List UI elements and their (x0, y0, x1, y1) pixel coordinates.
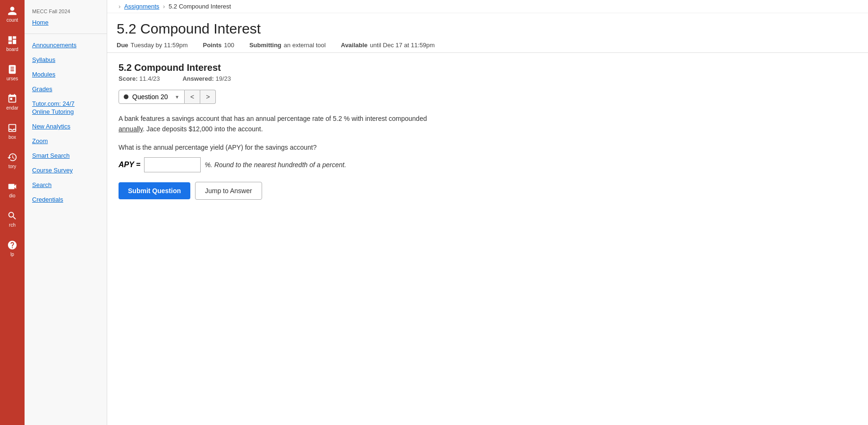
breadcrumb-sep1: › (119, 3, 122, 10)
meta-points: Points 100 (203, 42, 234, 49)
apy-label: APY = (119, 161, 140, 169)
nav-link-zoom[interactable]: Zoom (25, 134, 107, 148)
next-question-button[interactable]: > (200, 90, 216, 104)
nav-link-tutor1[interactable]: Tutor.com: 24/7 (32, 100, 99, 108)
question-line3: What is the annual percentage yield (APY… (119, 142, 487, 153)
jump-to-answer-button[interactable]: Jump to Answer (195, 182, 262, 200)
breadcrumb-current: 5.2 Compound Interest (169, 3, 231, 10)
nav-link-home[interactable]: Home (25, 15, 107, 30)
question-body: A bank features a savings account that h… (119, 113, 487, 135)
nav-tutor-block: Tutor.com: 24/7 Online Tutoring (25, 96, 107, 119)
meta-available: Available until Dec 17 at 11:59pm (341, 42, 435, 49)
nav-link-analytics[interactable]: New Analytics (25, 119, 107, 134)
question-selector: Question 20 ▼ < > (119, 90, 857, 104)
meta-due: Due Tuesday by 11:59pm (117, 42, 188, 49)
points-label: Points (203, 42, 222, 49)
available-label: Available (341, 42, 368, 49)
nav-link-course-survey[interactable]: Course Survey (25, 163, 107, 178)
nav-link-announcements[interactable]: Announcements (25, 38, 107, 52)
breadcrumb-sep2: › (163, 3, 167, 10)
sidebar-item-dashboard[interactable]: board (4, 33, 20, 54)
sidebar-item-calendar[interactable]: endar (4, 92, 20, 112)
page-title: 5.2 Compound Interest (117, 21, 859, 37)
icon-sidebar: count board urses endar box tory dio rch… (0, 0, 25, 425)
question-line1: A bank features a savings account that h… (119, 113, 487, 124)
nav-link-tutor2[interactable]: Online Tutoring (32, 108, 99, 115)
sidebar-item-inbox[interactable]: box (5, 121, 19, 142)
points-value: 100 (224, 42, 234, 49)
answered-text: Answered: 19/23 (182, 75, 231, 82)
button-row: Submit Question Jump to Answer (119, 182, 857, 200)
due-value: Tuesday by 11:59pm (131, 42, 188, 49)
apy-row: APY = %. Round to the nearest hundredth … (119, 157, 857, 172)
apy-input[interactable] (144, 157, 201, 172)
page-header: 5.2 Compound Interest Due Tuesday by 11:… (107, 13, 868, 53)
submit-question-button[interactable]: Submit Question (119, 182, 190, 199)
sidebar-item-help[interactable]: lp (5, 238, 19, 259)
question-area: 5.2 Compound Interest Score: 11.4/23Answ… (107, 53, 868, 425)
prev-question-button[interactable]: < (185, 90, 200, 104)
course-label: MECC Fall 2024 (25, 5, 107, 15)
question-dot (124, 94, 128, 99)
nav-link-grades[interactable]: Grades (25, 82, 107, 96)
nav-link-search[interactable]: Search (25, 178, 107, 192)
available-value: until Dec 17 at 11:59pm (370, 42, 434, 49)
question-line2: annually. Jace deposits $12,000 into the… (119, 124, 487, 134)
breadcrumb-assignments[interactable]: Assignments (124, 3, 159, 10)
submitting-value: an external tool (284, 42, 326, 49)
nav-link-smart-search[interactable]: Smart Search (25, 148, 107, 163)
sidebar-item-history[interactable]: tory (5, 150, 19, 171)
meta-row: Due Tuesday by 11:59pm Points 100 Submit… (117, 42, 859, 49)
apy-suffix: %. Round to the nearest hundredth of a p… (204, 161, 346, 169)
due-label: Due (117, 42, 128, 49)
sidebar-item-search[interactable]: rch (5, 209, 19, 230)
score-text: Score: 11.4/23 (119, 75, 160, 82)
question-label: Question 20 (132, 93, 168, 101)
submitting-label: Submitting (249, 42, 281, 49)
sidebar-item-account[interactable]: count (5, 4, 20, 25)
main-content: › Assignments › 5.2 Compound Interest 5.… (107, 0, 868, 425)
sidebar-item-studio[interactable]: dio (5, 179, 19, 200)
question-section-title: 5.2 Compound Interest (119, 62, 857, 73)
score-row: Score: 11.4/23Answered: 19/23 (119, 75, 857, 82)
chevron-down-icon: ▼ (175, 94, 179, 100)
breadcrumb: › Assignments › 5.2 Compound Interest (107, 0, 868, 13)
question-dropdown[interactable]: Question 20 ▼ (119, 90, 185, 104)
meta-submitting: Submitting an external tool (249, 42, 326, 49)
sidebar-item-courses[interactable]: urses (5, 62, 20, 83)
nav-link-syllabus[interactable]: Syllabus (25, 52, 107, 67)
nav-sidebar: MECC Fall 2024 Home Announcements Syllab… (25, 0, 107, 425)
nav-link-modules[interactable]: Modules (25, 67, 107, 82)
nav-link-credentials[interactable]: Credentials (25, 192, 107, 207)
